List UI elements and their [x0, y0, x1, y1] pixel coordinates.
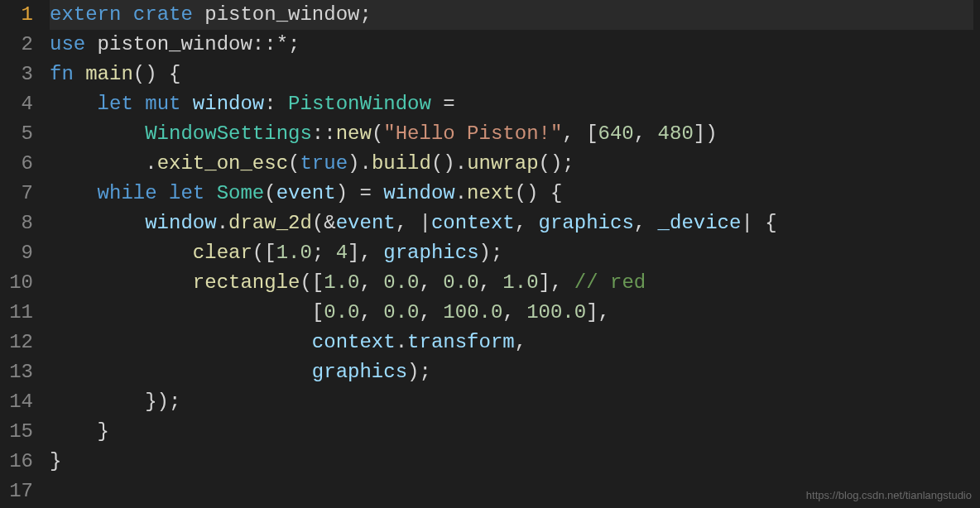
function-name: exit_on_esc	[157, 152, 288, 175]
code-line: [0.0, 0.0, 100.0, 100.0],	[50, 298, 973, 328]
line-number: 1	[7, 0, 33, 30]
punct: .	[396, 331, 407, 353]
function-name: draw_2d	[228, 212, 312, 234]
code-line: fn main() {	[50, 60, 973, 89]
variable: graphics	[383, 242, 478, 264]
number: 640	[598, 122, 634, 145]
code-line: context.transform,	[50, 328, 973, 357]
line-number: 10	[7, 268, 33, 298]
number: 480	[658, 122, 694, 145]
punct: ;	[312, 242, 336, 264]
line-number-gutter: 1 2 3 4 5 6 7 8 9 10 11 12 13 14 15 16 1…	[0, 0, 43, 508]
string: "Hello Piston!"	[383, 122, 562, 145]
indent: [	[50, 301, 324, 323]
punct: ])	[694, 122, 718, 145]
function-name: main	[74, 63, 133, 85]
punct: );	[407, 361, 431, 383]
function-name: new	[336, 122, 372, 145]
code-line: }	[50, 417, 973, 447]
variable: event	[336, 212, 396, 234]
line-number: 17	[7, 477, 33, 506]
variable: event	[276, 182, 336, 204]
line-number: 3	[7, 60, 33, 89]
indent	[50, 361, 312, 383]
number: 100.0	[443, 301, 502, 323]
property: transform	[407, 331, 515, 353]
punct: ) =	[336, 182, 384, 204]
punct: , [	[562, 122, 598, 145]
punct: .	[455, 182, 467, 204]
code-line: rectangle([1.0, 0.0, 0.0, 1.0], // red	[50, 268, 973, 298]
code-editor: 1 2 3 4 5 6 7 8 9 10 11 12 13 14 15 16 1…	[0, 0, 980, 508]
code-line: extern crate piston_window;	[50, 0, 973, 30]
indent: .	[50, 152, 157, 175]
variable: window	[180, 93, 264, 115]
punct: ;	[359, 3, 371, 26]
keyword: let	[98, 93, 133, 115]
punct: ).	[348, 152, 372, 175]
line-number: 14	[7, 387, 33, 417]
punct: | {	[741, 212, 776, 234]
code-line: let mut window: PistonWindow =	[50, 89, 973, 119]
code-line: .exit_on_esc(true).build().unwrap();	[50, 149, 973, 179]
punct: , |	[396, 212, 431, 234]
variable: graphics	[539, 212, 634, 234]
function-name: clear	[193, 242, 252, 264]
line-number: 5	[7, 119, 33, 149]
keyword: while	[98, 182, 157, 204]
punct: () {	[133, 63, 181, 85]
line-number: 7	[7, 179, 33, 208]
line-number: 6	[7, 149, 33, 179]
punct: ,	[502, 301, 526, 323]
number: 0.0	[383, 301, 419, 323]
code-line: window.draw_2d(&event, |context, graphic…	[50, 208, 973, 238]
keyword: true	[300, 152, 348, 175]
keyword: mut	[133, 93, 181, 115]
indent	[50, 182, 98, 204]
punct: ([	[300, 271, 324, 294]
line-number: 8	[7, 208, 33, 238]
variable: graphics	[312, 361, 407, 383]
line-number: 9	[7, 238, 33, 268]
code-line: while let Some(event) = window.next() {	[50, 179, 973, 208]
code-line: }	[50, 447, 973, 477]
punct: (&	[312, 212, 336, 234]
punct: }	[50, 420, 109, 443]
punct: (	[372, 122, 383, 145]
punct: ,	[359, 301, 383, 323]
punct: ,	[479, 271, 503, 294]
punct: ::	[312, 122, 336, 145]
variable: window	[383, 182, 454, 204]
type: PistonWindow	[288, 93, 431, 115]
punct: ();	[539, 152, 574, 175]
indent	[50, 331, 312, 353]
keyword: let	[157, 182, 205, 204]
punct: ,	[634, 212, 658, 234]
indent	[50, 122, 145, 145]
keyword: extern	[50, 3, 121, 26]
number: 0.0	[383, 271, 419, 294]
number: 0.0	[443, 271, 478, 294]
punct: ([	[252, 242, 276, 264]
keyword: fn	[50, 63, 74, 85]
code-content[interactable]: extern crate piston_window; use piston_w…	[43, 0, 980, 508]
punct: (	[288, 152, 300, 175]
punct: ],	[539, 271, 574, 294]
code-line: WindowSettings::new("Hello Piston!", [64…	[50, 119, 973, 149]
function-name: rectangle	[193, 271, 300, 294]
code-line: });	[50, 387, 973, 417]
indent	[50, 212, 145, 234]
number: 1.0	[324, 271, 359, 294]
indent	[50, 242, 193, 264]
line-number: 12	[7, 328, 33, 357]
line-number: 16	[7, 447, 33, 477]
number: 1.0	[276, 242, 312, 264]
punct: .	[217, 212, 228, 234]
punct: ,	[634, 122, 658, 145]
type: WindowSettings	[145, 122, 312, 145]
line-number: 15	[7, 417, 33, 447]
punct: );	[479, 242, 503, 264]
line-number: 13	[7, 357, 33, 387]
code-line: clear([1.0; 4], graphics);	[50, 238, 973, 268]
keyword: crate	[133, 3, 193, 26]
